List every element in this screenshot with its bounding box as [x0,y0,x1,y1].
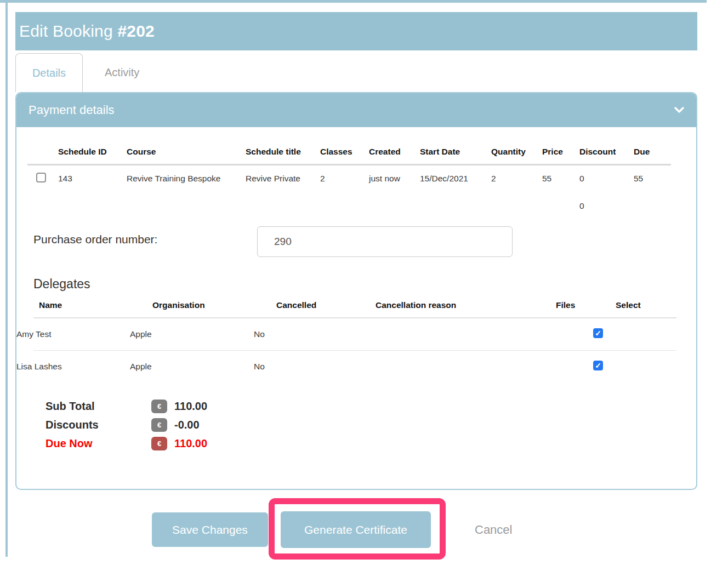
col-cancelled: Cancelled [276,300,376,310]
schedule-row-checkbox[interactable] [36,173,46,182]
cell-delegate-select [593,361,696,373]
discounts-value: -0.00 [174,419,200,431]
col-cancellation-reason: Cancellation reason [376,300,556,310]
cell-total-discount: 0 [579,201,634,211]
cell-delegate-organisation: Apple [130,329,254,339]
payment-details-header: Payment details [16,93,696,127]
subtotal-value: 110.00 [174,400,207,413]
payment-table-header: Schedule ID Course Schedule title Classe… [16,147,696,157]
cell-quantity: 2 [491,174,542,184]
euro-icon: € [151,418,167,432]
discounts-row: Discounts € -0.00 [46,415,696,434]
cell-created: just now [369,174,420,184]
cancel-link[interactable]: Cancel [475,523,512,537]
col-name: Name [39,300,152,310]
delegate-select-checkbox[interactable] [593,361,603,370]
payment-table-row: 143 Revive Training Bespoke Revive Priva… [16,173,696,185]
generate-certificate-button[interactable]: Generate Certificate [281,511,431,548]
tab-details-label: Details [32,67,66,79]
cell-delegate-name: Amy Test [16,329,130,339]
col-select: Select [616,300,696,310]
cell-due: 55 [634,174,696,184]
cell-delegate-organisation: Apple [130,362,254,372]
col-schedule-title: Schedule title [246,147,320,157]
cell-delegate-name: Lisa Lashes [16,362,130,372]
row-select-cell [36,173,58,185]
col-classes: Classes [320,147,369,157]
cell-delegate-cancelled: No [254,362,353,372]
page-top-border [0,0,707,3]
col-course: Course [127,147,246,157]
cell-course: Revive Training Bespoke [127,174,246,184]
tab-bar: Details Activity [15,53,697,92]
cell-price: 55 [542,174,579,184]
col-due: Due [634,147,696,157]
cell-delegate-cancelled: No [254,329,353,339]
col-schedule-id: Schedule ID [58,147,127,157]
col-organisation: Organisation [152,300,276,310]
cell-schedule-id: 143 [58,174,127,184]
cell-schedule-title: Revive Private [246,174,320,184]
discounts-label: Discounts [46,419,151,431]
due-now-row: Due Now € 110.00 [46,434,696,453]
euro-icon: € [151,437,167,450]
delegate-row: Lisa Lashes Apple No [16,351,696,383]
action-bar: Save Changes Generate Certificate Cancel [152,511,697,548]
col-quantity: Quantity [491,147,542,157]
col-price: Price [542,147,579,157]
col-created: Created [369,147,420,157]
page-left-border [5,0,8,557]
totals-block: Sub Total € 110.00 Discounts € -0.00 Due… [46,397,696,453]
subtotal-label: Sub Total [46,400,151,413]
col-discount: Discount [579,147,634,157]
page-title: Edit Booking #202 [19,22,155,41]
delegates-heading: Delegates [33,277,696,292]
purchase-order-input[interactable] [257,226,513,257]
payment-details-title: Payment details [29,103,115,117]
tab-activity-label: Activity [105,66,139,79]
save-changes-button[interactable]: Save Changes [152,512,268,547]
delegate-select-checkbox[interactable] [593,328,603,338]
purchase-order-row: Purchase order number: [33,226,696,257]
payment-table-divider [27,164,671,166]
euro-icon: € [151,400,167,413]
due-now-label: Due Now [46,437,151,450]
cell-start-date: 15/Dec/2021 [420,174,491,184]
main-container: Edit Booking #202 Details Activity Payme… [15,12,697,548]
chevron-down-icon[interactable] [674,107,684,113]
col-start-date: Start Date [420,147,491,157]
page-header: Edit Booking #202 [15,12,697,50]
purchase-order-label: Purchase order number: [33,226,257,246]
delegates-table-header: Name Organisation Cancelled Cancellation… [16,300,696,310]
due-now-value: 110.00 [174,437,207,450]
cell-delegate-select [593,328,696,340]
payment-table-totals-row: 0 [16,201,696,211]
edit-booking-page: Edit Booking #202 Details Activity Payme… [0,0,728,582]
col-files: Files [556,300,616,310]
tab-details[interactable]: Details [15,53,83,92]
cell-discount: 0 [579,174,634,184]
tab-activity[interactable]: Activity [83,53,161,92]
cell-classes: 2 [320,174,369,184]
payment-details-panel: Payment details Schedule ID Course Sched… [15,92,697,490]
subtotal-row: Sub Total € 110.00 [46,397,696,415]
delegate-row: Amy Test Apple No [16,318,696,350]
page-title-text: Edit Booking [19,22,117,40]
booking-number: #202 [117,22,155,40]
